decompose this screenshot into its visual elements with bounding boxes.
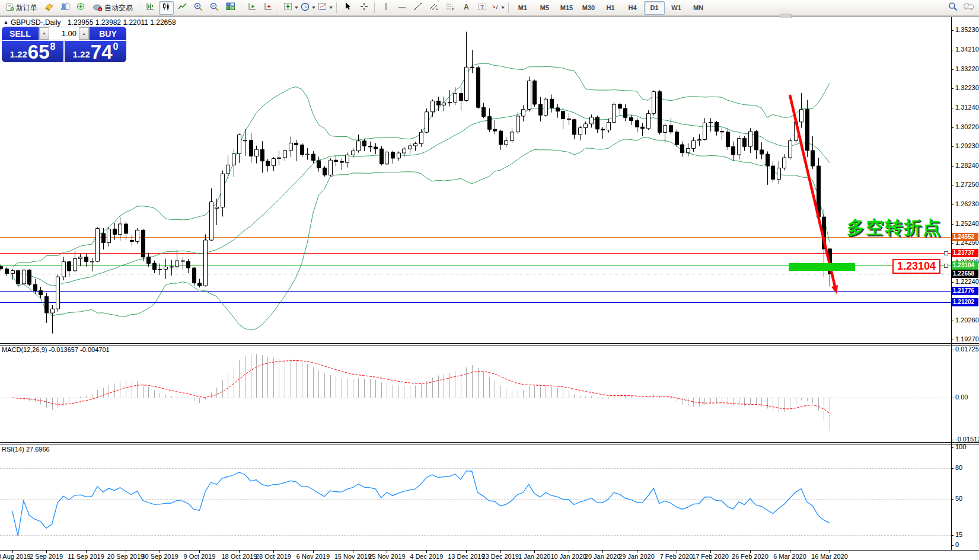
timeframe-button-H1[interactable]: H1: [600, 1, 621, 15]
pane-splitter[interactable]: [0, 442, 979, 443]
line-chart-button[interactable]: [175, 1, 190, 15]
price-axis-tick: [951, 321, 954, 321]
timeframe-button-H4[interactable]: H4: [622, 1, 643, 15]
trendline-tool-button[interactable]: [410, 1, 425, 15]
auto-scroll-button[interactable]: [245, 1, 260, 15]
price-chart-canvas[interactable]: [0, 17, 951, 343]
vertical-line-icon: [383, 2, 389, 13]
new-order-icon: [6, 3, 14, 13]
periods-button[interactable]: [300, 1, 316, 15]
one-click-collapse-icon[interactable]: ▲: [4, 20, 8, 25]
chart-symbol-period: GBPUSD-,Daily: [11, 18, 61, 27]
timeframe-button-MN[interactable]: MN: [688, 1, 709, 15]
price-tick-label: 1.33220: [955, 65, 979, 72]
price-tag-box[interactable]: 1.23104: [892, 259, 940, 274]
pane-splitter[interactable]: [0, 345, 979, 345]
price-tick-label: 1.20260: [955, 316, 979, 324]
new-order-button[interactable]: 新订单: [3, 1, 40, 15]
autotrading-button[interactable]: 自动交易: [90, 1, 136, 15]
fibonacci-icon: F: [445, 2, 455, 13]
timeframe-button-M30[interactable]: M30: [578, 1, 599, 15]
volume-decrease-button[interactable]: ▼: [39, 27, 49, 40]
price-axis-tick: [951, 204, 954, 205]
fibonacci-tool-button[interactable]: F: [442, 1, 457, 15]
navigator-button[interactable]: [74, 1, 88, 15]
support-highlight-bar[interactable]: [789, 263, 855, 271]
buy-price-panel[interactable]: 1.22 74 0: [65, 41, 126, 62]
vertical-line-tool-button[interactable]: [378, 1, 393, 15]
templates-button[interactable]: [317, 1, 333, 15]
timeframe-bar: M1M5M15M30H1H4D1W1MN: [512, 1, 709, 15]
chart-frame-top: [0, 17, 979, 17]
svg-text:F: F: [452, 8, 454, 11]
price-axis-tick: [951, 88, 954, 89]
price-level-badge: 1.23737: [952, 249, 978, 257]
rsi-pane-canvas[interactable]: [0, 444, 951, 550]
turning-point-annotation[interactable]: 多空转折点: [847, 216, 942, 240]
rsi-tick-label: 15: [955, 531, 962, 538]
text-tool-button[interactable]: A: [458, 1, 473, 15]
price-axis-tick: [951, 108, 954, 108]
auto-scroll-icon: [248, 2, 257, 13]
price-tick-label: 1.22240: [955, 278, 979, 285]
buy-button[interactable]: BUY: [90, 27, 126, 40]
rsi-tick-label: 50: [955, 495, 962, 502]
cursor-button[interactable]: [340, 1, 355, 15]
rsi-axis-tick: [951, 447, 954, 448]
sell-price-big: 65: [28, 43, 50, 61]
chevron-down-icon: [329, 7, 333, 9]
chevron-down-icon: [501, 7, 505, 9]
horizontal-line-tool-button[interactable]: [394, 1, 409, 15]
zoom-out-button[interactable]: [207, 1, 222, 15]
panel-grip[interactable]: [780, 14, 792, 18]
line-handle[interactable]: [944, 251, 948, 255]
line-handle[interactable]: [944, 264, 948, 268]
chart-shift-button[interactable]: [261, 1, 276, 15]
price-axis-tick: [951, 243, 954, 244]
price-axis-tick: [951, 127, 954, 128]
crosshair-button[interactable]: [356, 1, 371, 15]
horizontal-line-icon: [398, 2, 406, 13]
candlestick-chart-icon: [162, 2, 171, 13]
rsi-axis-tick: [951, 535, 954, 536]
bar-chart-button[interactable]: [143, 1, 158, 15]
price-tick-label: 1.29230: [955, 142, 979, 149]
trend-arrow-line[interactable]: [790, 95, 835, 286]
price-tick-label: 1.26230: [955, 200, 979, 207]
pane-splitter[interactable]: [0, 444, 979, 444]
timeframe-button-D1[interactable]: D1: [644, 1, 665, 15]
tile-windows-button[interactable]: [223, 1, 238, 15]
toolbar-separator: [279, 2, 280, 13]
volume-increase-button[interactable]: ▲: [79, 27, 89, 40]
timeframe-button-M1[interactable]: M1: [512, 1, 533, 15]
price-axis-tick: [951, 340, 954, 340]
indicators-add-icon: [283, 2, 293, 13]
volume-input[interactable]: [49, 27, 79, 40]
chat-button[interactable]: [961, 1, 976, 15]
price-scale-border: [951, 17, 952, 551]
timeframe-button-W1[interactable]: W1: [666, 1, 687, 15]
market-watch-button[interactable]: [42, 1, 56, 15]
pane-splitter[interactable]: [0, 343, 979, 344]
candlestick-chart-button[interactable]: [159, 1, 174, 15]
label-tool-button[interactable]: T: [474, 1, 489, 15]
equidistant-channel-tool-button[interactable]: E: [426, 1, 441, 15]
zoom-in-button[interactable]: [191, 1, 206, 15]
sell-button[interactable]: SELL: [2, 27, 39, 40]
timeframe-button-M5[interactable]: M5: [534, 1, 555, 15]
price-tick-label: 1.31240: [955, 104, 979, 111]
indicators-button[interactable]: [283, 1, 299, 15]
one-click-trading-panel: SELL ▼ ▲ BUY 1.22 65 8 1.22 74 0: [2, 27, 126, 62]
clock-icon: [301, 2, 310, 14]
bearish-candles: [0, 67, 832, 313]
arrows-tool-button[interactable]: [490, 1, 505, 15]
data-window-button[interactable]: [58, 1, 72, 15]
zoom-in-icon: [194, 2, 203, 14]
timeframe-button-M15[interactable]: M15: [556, 1, 577, 15]
macd-pane-canvas[interactable]: [0, 345, 951, 442]
chart-title: ▲GBPUSD-,Daily 1.23955 1.23982 1.22011 1…: [4, 18, 176, 27]
search-button[interactable]: [945, 1, 960, 15]
macd-axis-tick: [951, 398, 954, 398]
chevron-down-icon: [312, 7, 315, 9]
sell-price-panel[interactable]: 1.22 65 8: [2, 41, 63, 62]
